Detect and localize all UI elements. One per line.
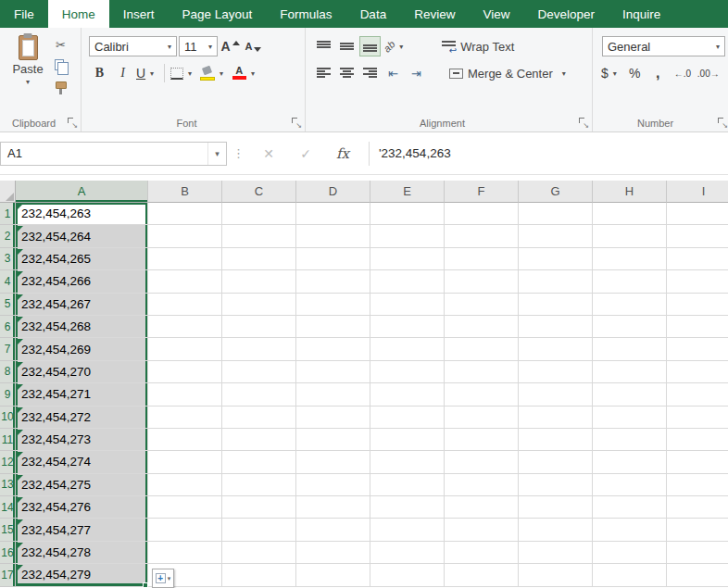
borders-button[interactable]: ▾ xyxy=(169,63,197,83)
cell-E9[interactable] xyxy=(370,383,445,406)
percent-style-button[interactable]: % xyxy=(624,63,646,83)
cell-F14[interactable] xyxy=(445,496,519,519)
cell-H10[interactable] xyxy=(593,407,667,429)
cell-E17[interactable] xyxy=(370,564,445,586)
cell-G7[interactable] xyxy=(519,338,593,360)
align-right-button[interactable] xyxy=(359,63,381,83)
cell-G11[interactable] xyxy=(519,429,593,451)
cell-A16[interactable]: 232,454,278 xyxy=(16,542,148,564)
cell-B8[interactable] xyxy=(148,361,222,383)
align-center-button[interactable] xyxy=(336,63,358,83)
cell-B16[interactable] xyxy=(148,542,222,564)
cell-F3[interactable] xyxy=(445,248,519,270)
cell-C15[interactable] xyxy=(222,519,296,541)
cell-C13[interactable] xyxy=(222,474,296,496)
cell-D12[interactable] xyxy=(296,451,370,473)
cell-F7[interactable] xyxy=(445,338,519,360)
cell-C2[interactable] xyxy=(222,225,296,247)
cell-I2[interactable] xyxy=(667,225,728,247)
chevron-down-icon[interactable]: ▾ xyxy=(163,43,176,51)
cell-F17[interactable] xyxy=(445,564,519,586)
cell-F6[interactable] xyxy=(445,316,519,338)
cell-I15[interactable] xyxy=(667,519,728,541)
cell-A9[interactable]: 232,454,271 xyxy=(16,383,148,406)
cell-B11[interactable] xyxy=(148,429,222,451)
cell-E6[interactable] xyxy=(370,316,445,338)
row-header-2[interactable]: 2 xyxy=(0,225,16,247)
column-header-F[interactable]: F xyxy=(445,181,519,203)
cell-I10[interactable] xyxy=(667,407,728,429)
cell-H12[interactable] xyxy=(593,451,667,473)
select-all-corner[interactable] xyxy=(0,181,16,203)
cell-H2[interactable] xyxy=(593,225,667,247)
cell-C1[interactable] xyxy=(222,203,296,225)
row-header-4[interactable]: 4 xyxy=(0,270,16,293)
row-header-12[interactable]: 12 xyxy=(0,451,16,473)
cell-F16[interactable] xyxy=(445,542,519,564)
cell-I13[interactable] xyxy=(667,474,728,496)
cell-E13[interactable] xyxy=(370,474,445,496)
decrease-indent-button[interactable]: ⇤ xyxy=(383,63,404,83)
cell-H16[interactable] xyxy=(593,542,667,564)
cell-I11[interactable] xyxy=(667,429,728,451)
italic-button[interactable]: I xyxy=(112,63,133,83)
chevron-down-icon[interactable]: ▾ xyxy=(204,43,217,51)
cell-A6[interactable]: 232,454,268 xyxy=(16,316,148,338)
cell-B13[interactable] xyxy=(148,474,222,496)
cell-G15[interactable] xyxy=(519,519,593,541)
cell-A17[interactable]: 232,454,279 xyxy=(16,564,148,586)
cancel-button[interactable]: ✕ xyxy=(250,142,287,166)
cell-I16[interactable] xyxy=(667,542,728,564)
cell-H3[interactable] xyxy=(593,248,667,270)
column-header-C[interactable]: C xyxy=(222,181,296,203)
chevron-down-icon[interactable]: ▾ xyxy=(215,69,228,78)
cell-F11[interactable] xyxy=(445,429,519,451)
wrap-text-button[interactable]: ↩ Wrap Text xyxy=(438,36,518,56)
cell-F9[interactable] xyxy=(445,383,519,406)
row-header-16[interactable]: 16 xyxy=(0,542,16,564)
cell-B9[interactable] xyxy=(148,383,222,406)
bold-button[interactable]: B xyxy=(89,63,110,83)
column-header-G[interactable]: G xyxy=(519,181,593,203)
cell-I6[interactable] xyxy=(667,316,728,338)
fill-color-button[interactable]: ▾ xyxy=(199,63,229,83)
row-header-9[interactable]: 9 xyxy=(0,383,16,406)
tab-formulas[interactable]: Formulas xyxy=(266,0,345,28)
cell-A5[interactable]: 232,454,267 xyxy=(16,294,148,316)
column-header-B[interactable]: B xyxy=(148,181,222,203)
cell-C7[interactable] xyxy=(222,338,296,360)
formula-input[interactable]: '232,454,263 xyxy=(373,146,451,160)
fill-handle[interactable] xyxy=(143,582,148,588)
cell-B2[interactable] xyxy=(148,225,222,247)
row-header-11[interactable]: 11 xyxy=(0,429,16,451)
cell-H8[interactable] xyxy=(593,361,667,383)
align-left-button[interactable] xyxy=(313,63,334,83)
cell-G17[interactable] xyxy=(519,564,593,586)
cell-D1[interactable] xyxy=(296,203,370,225)
cell-D3[interactable] xyxy=(296,248,370,270)
tab-insert[interactable]: Insert xyxy=(109,0,169,28)
cell-E4[interactable] xyxy=(370,270,445,293)
cell-E16[interactable] xyxy=(370,542,445,564)
name-box-dropdown[interactable]: ▾ xyxy=(207,143,226,165)
cell-C9[interactable] xyxy=(222,383,296,406)
cell-C10[interactable] xyxy=(222,407,296,429)
cell-I4[interactable] xyxy=(667,270,728,293)
cell-A2[interactable]: 232,454,264 xyxy=(16,225,148,247)
cell-H9[interactable] xyxy=(593,383,667,406)
cell-G10[interactable] xyxy=(519,407,593,429)
chevron-down-icon[interactable]: ▾ xyxy=(21,78,34,86)
cell-E10[interactable] xyxy=(370,407,445,429)
cell-A13[interactable]: 232,454,275 xyxy=(16,474,148,496)
cell-B6[interactable] xyxy=(148,316,222,338)
row-header-6[interactable]: 6 xyxy=(0,316,16,338)
chevron-down-icon[interactable]: ▾ xyxy=(246,69,259,78)
cell-I7[interactable] xyxy=(667,338,728,360)
cell-F13[interactable] xyxy=(445,474,519,496)
clipboard-dialog-launcher[interactable] xyxy=(68,118,78,128)
cell-A11[interactable]: 232,454,273 xyxy=(16,429,148,451)
cell-A12[interactable]: 232,454,274 xyxy=(16,451,148,473)
orientation-button[interactable]: ab ▾ xyxy=(383,36,408,56)
cell-B7[interactable] xyxy=(148,338,222,360)
cell-C3[interactable] xyxy=(222,248,296,270)
